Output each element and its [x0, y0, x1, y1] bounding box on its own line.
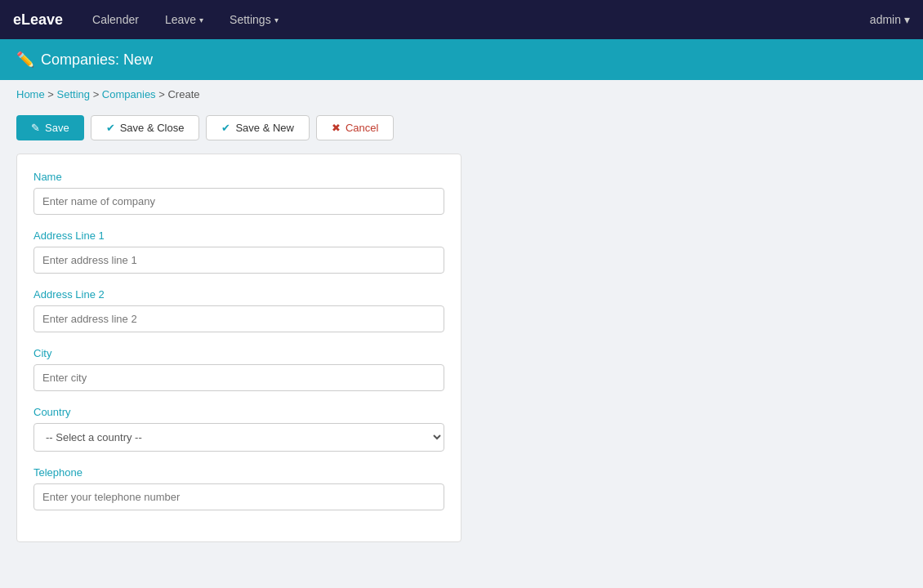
address1-label: Address Line 1: [33, 229, 444, 242]
breadcrumb-companies[interactable]: Companies: [102, 88, 156, 100]
telephone-input[interactable]: [33, 483, 444, 510]
breadcrumb-setting[interactable]: Setting: [57, 88, 90, 100]
save-new-button[interactable]: ✔ Save & New: [206, 115, 310, 140]
country-select[interactable]: -- Select a country --: [33, 423, 444, 452]
page-header: ✏️ Companies: New: [0, 39, 923, 80]
navbar-nav: Calender Leave ▾ Settings ▾: [82, 7, 870, 33]
navbar: eLeave Calender Leave ▾ Settings ▾ admin…: [0, 0, 923, 39]
user-dropdown-arrow: ▾: [904, 13, 910, 26]
cancel-x-icon: ✖: [332, 122, 341, 134]
save-close-check-icon: ✔: [106, 122, 115, 134]
user-label: admin: [870, 13, 901, 26]
country-label: Country: [33, 406, 444, 418]
address2-group: Address Line 2: [33, 288, 444, 332]
save-icon: ✎: [31, 122, 40, 134]
leave-dropdown-arrow: ▾: [199, 16, 203, 24]
address1-group: Address Line 1: [33, 229, 444, 274]
name-label: Name: [33, 171, 444, 183]
address2-input[interactable]: [33, 305, 444, 332]
navbar-brand[interactable]: eLeave: [13, 11, 63, 29]
nav-item-settings[interactable]: Settings ▾: [220, 7, 288, 33]
name-group: Name: [33, 171, 444, 215]
save-close-button[interactable]: ✔ Save & Close: [91, 115, 200, 140]
toolbar: ✎ Save ✔ Save & Close ✔ Save & New ✖ Can…: [0, 109, 923, 147]
cancel-button[interactable]: ✖ Cancel: [316, 115, 394, 140]
city-input[interactable]: [33, 364, 444, 391]
breadcrumb: Home > Setting > Companies > Create: [0, 80, 923, 109]
city-group: City: [33, 347, 444, 391]
country-group: Country -- Select a country --: [33, 406, 444, 452]
settings-dropdown-arrow: ▾: [274, 16, 279, 24]
save-new-check-icon: ✔: [221, 122, 230, 134]
name-input[interactable]: [33, 188, 444, 215]
address2-label: Address Line 2: [33, 288, 444, 301]
address1-input[interactable]: [33, 247, 444, 274]
page-title: Companies: New: [41, 51, 153, 69]
city-label: City: [33, 347, 444, 359]
save-button[interactable]: ✎ Save: [16, 115, 84, 140]
nav-item-calendar[interactable]: Calender: [82, 7, 149, 33]
page-header-icon: ✏️: [16, 51, 34, 69]
breadcrumb-home[interactable]: Home: [16, 88, 45, 100]
nav-item-leave[interactable]: Leave ▾: [155, 7, 213, 33]
user-menu[interactable]: admin ▾: [870, 13, 910, 26]
company-form-card: Name Address Line 1 Address Line 2 City …: [16, 154, 462, 542]
telephone-group: Telephone: [33, 466, 444, 510]
breadcrumb-current: Create: [167, 88, 199, 100]
telephone-label: Telephone: [33, 466, 444, 479]
